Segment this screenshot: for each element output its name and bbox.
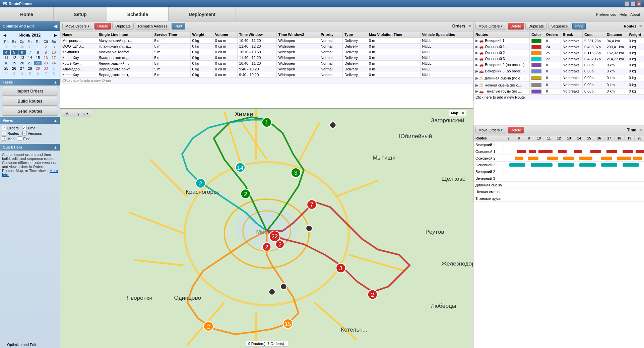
find-checkbox[interactable]: Find — [18, 136, 30, 141]
cal-day[interactable]: 9 — [42, 50, 50, 55]
cal-day[interactable]: 1 — [34, 45, 42, 49]
col-name[interactable]: Name — [61, 32, 97, 38]
print-orders-button[interactable]: Print — [172, 23, 185, 30]
time-content[interactable]: Routes 7891011121314151617181920 Вечерни… — [473, 135, 644, 348]
order-row[interactable]: Кофе Хау... Ленинградский пр... 5 m 0 kg… — [61, 61, 473, 66]
delete-orders-button[interactable]: Delete — [94, 23, 111, 30]
sequence-routes-button[interactable]: Sequence — [548, 23, 571, 30]
order-row[interactable]: Компания... Москва,ул.Толбух... 5 m 0 kg… — [61, 49, 473, 55]
cal-day[interactable]: 28 — [3, 45, 10, 49]
cal-day[interactable]: 5 — [26, 71, 34, 76]
route-row[interactable]: ▶ 🚗 Тяжелые грузы (no ...) 0 No breaks 0… — [474, 88, 644, 94]
cal-day[interactable]: 3 — [11, 71, 18, 76]
route-row[interactable]: ▶ 🚗 Вечерний 2 (no order...) 0 No breaks… — [474, 62, 644, 68]
close-button[interactable]: ✕ — [637, 1, 641, 6]
move-orders-routes-button[interactable]: Move Orders ▼ — [475, 23, 506, 30]
cal-day[interactable]: 25 — [3, 66, 10, 71]
col-weight[interactable]: Weight — [190, 32, 213, 38]
add-order-row[interactable]: Click here to add a new Order — [61, 78, 473, 83]
col-volume[interactable]: Volume — [213, 32, 237, 38]
quick-help-header[interactable]: Quick Help ▲ — [0, 144, 60, 151]
left-bottom[interactable]: ··· Optimize and Edit — [0, 341, 60, 348]
cal-day[interactable]: 5 — [11, 50, 18, 55]
cal-day[interactable]: 28 — [26, 66, 34, 71]
duplicate-orders-button[interactable]: Duplicate — [112, 23, 134, 30]
nav-tab-schedule[interactable]: Schedule — [107, 7, 169, 21]
route-expand-button[interactable]: ▶ — [475, 89, 478, 93]
col-break[interactable]: Break — [561, 32, 583, 38]
preferences-link[interactable]: Preferences — [596, 12, 616, 16]
cal-day[interactable]: 14 — [26, 55, 34, 60]
route-expand-button[interactable]: ▶ — [475, 76, 478, 80]
cal-day[interactable]: 19 — [11, 61, 18, 65]
time-checkbox[interactable]: Time — [22, 126, 36, 130]
cal-day[interactable]: 12 — [11, 55, 18, 60]
route-row[interactable]: ▶ 🚗 Основной 1 24 No breaks 6 408,07р. 2… — [474, 44, 644, 50]
cal-day[interactable]: 27 — [18, 66, 26, 71]
route-expand-button[interactable]: ▶ — [475, 57, 478, 61]
cal-day[interactable]: 8 — [34, 50, 42, 55]
col-orders[interactable]: Orders — [544, 32, 561, 38]
cal-day[interactable]: 7 — [26, 50, 34, 55]
cal-day[interactable]: 18 — [3, 61, 10, 65]
cal-day[interactable]: 17 — [50, 55, 57, 60]
col-routes[interactable]: Routes — [474, 32, 530, 38]
col-color[interactable]: Color — [530, 32, 544, 38]
cal-day[interactable]: 31 — [26, 45, 34, 49]
route-expand-button[interactable]: ▶ — [475, 45, 478, 49]
route-row[interactable]: ▶ 🚗 Вечерний 3 (no order...) 0 No breaks… — [474, 68, 644, 74]
route-row[interactable]: ▶ 🚗 Основной 2 25 No breaks 6 118,55р. 1… — [474, 50, 644, 56]
route-row[interactable]: ▶ 🚗 Основной 3 22 No breaks 6 482,17р. 2… — [474, 56, 644, 62]
col-cost[interactable]: Cost — [582, 32, 605, 38]
delete-time-button[interactable]: Delete — [508, 127, 524, 133]
cal-day[interactable]: 29 — [11, 45, 18, 49]
route-row[interactable]: ▶ ⚠ Ночная смена (no o...) 0 No breaks 0… — [474, 81, 644, 88]
col-address[interactable]: Single Line Input — [97, 32, 152, 38]
map-background[interactable]: Химки Красногорск Одинцово Видное Яворон… — [60, 109, 473, 348]
map-close-button[interactable]: ✕ — [461, 111, 464, 115]
cal-day[interactable]: 7 — [42, 71, 50, 76]
cal-day[interactable]: 23 — [42, 61, 50, 65]
cal-day[interactable]: 6 — [18, 50, 26, 55]
map-layers-button[interactable]: Map Layers ▼ — [62, 110, 92, 117]
collapse-button[interactable]: ◀ — [54, 23, 57, 29]
help-link[interactable]: Help — [620, 12, 627, 16]
cal-day[interactable]: 26 — [11, 66, 18, 71]
views-header[interactable]: Views ▲ — [0, 117, 60, 124]
cal-day[interactable]: 30 — [42, 66, 50, 71]
nav-tab-home[interactable]: Home — [0, 7, 54, 21]
route-row[interactable]: ▶ 🚗 Вечерний 1 8 No breaks 5 631,23р. 94… — [474, 38, 644, 44]
cal-day[interactable]: 2 — [42, 45, 50, 49]
route-expand-button[interactable]: ▶ — [475, 69, 478, 73]
map-checkbox[interactable]: Map — [2, 136, 14, 141]
tasks-header[interactable]: Tasks ▲ — [0, 79, 60, 85]
col-priority[interactable]: Priority — [319, 32, 342, 38]
send-routes-button[interactable]: Send Routes — [2, 107, 58, 116]
col-specialties[interactable]: Vehicle Specialties — [420, 32, 473, 38]
order-row[interactable]: Кофе Хау... Вернадского пр-т,... 5 m 0 k… — [61, 72, 473, 78]
orders-close-button[interactable]: ✕ — [468, 24, 471, 28]
move-orders-time-button[interactable]: Move Orders ▼ — [475, 127, 506, 133]
orders-checkbox[interactable]: Orders — [2, 126, 19, 130]
order-row[interactable]: Кофе Хау... Дмитровское ш.,... 5 m 0 kg … — [61, 55, 473, 61]
about-link[interactable]: About — [630, 12, 640, 16]
route-expand-button[interactable]: ▶ — [475, 63, 478, 67]
order-row[interactable]: Метропол... Мичуринский пр-т... 5 m 0 kg… — [61, 38, 473, 44]
col-tw1[interactable]: Time Window — [237, 32, 276, 38]
maximize-button[interactable]: □ — [631, 1, 635, 6]
import-orders-button[interactable]: Import Orders — [2, 87, 58, 96]
cal-day[interactable]: 21 — [26, 61, 34, 65]
col-service[interactable]: Service Time — [152, 32, 190, 38]
order-row[interactable]: Альмадор... Вернадского пр-кт,... 5 m 0 … — [61, 66, 473, 72]
col-tw2[interactable]: Time Window2 — [276, 32, 319, 38]
col-type[interactable]: Type — [343, 32, 367, 38]
minimize-button[interactable]: — — [625, 1, 629, 6]
route-expand-button[interactable]: ▶ — [475, 39, 478, 43]
cal-day[interactable]: 20 — [18, 61, 26, 65]
cal-day[interactable]: 8 — [50, 71, 57, 76]
move-orders-button[interactable]: Move Orders ▼ — [62, 23, 93, 30]
orders-table-container[interactable]: Name Single Line Input Service Time Weig… — [60, 31, 473, 108]
build-routes-button[interactable]: Build Routes — [2, 97, 58, 106]
cal-day[interactable]: 3 — [50, 45, 57, 49]
routes-checkbox[interactable]: Routes — [2, 131, 19, 135]
